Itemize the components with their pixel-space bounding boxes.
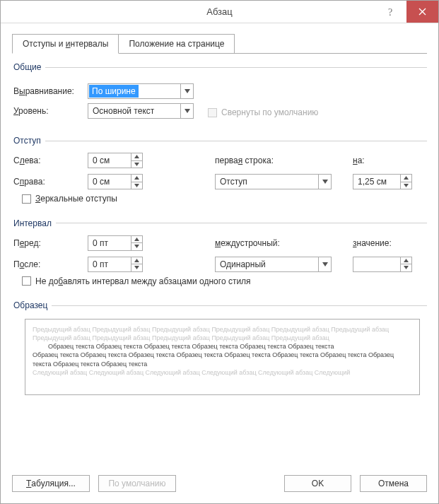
tab-position[interactable]: Положение на странице: [118, 34, 235, 54]
tab-strip: Отступы и интервалы Положение на страниц…: [12, 33, 427, 54]
by-label: на:: [353, 156, 413, 165]
default-button: По умолчанию: [98, 475, 176, 492]
tabs-button[interactable]: Табуляция...: [12, 475, 90, 492]
before-label: Перед:: [13, 238, 88, 248]
firstline-value: Отступ: [216, 175, 263, 189]
preview-sample2: Образец текста Образец текста Образец те…: [33, 351, 394, 367]
alignment-value: По ширине: [89, 85, 139, 98]
alignment-select[interactable]: По ширине: [88, 83, 194, 99]
after-value: 0 пт: [88, 257, 121, 271]
spin-down-icon[interactable]: [131, 182, 142, 189]
group-indent: Отступ Слева: 0 см первая строка: на: Сп…: [12, 136, 427, 209]
mirror-label: Зеркальные отступы: [35, 194, 117, 204]
legend-spacing: Интервал: [12, 218, 56, 228]
line-select[interactable]: Одинарный: [215, 257, 332, 272]
chevron-down-icon: [318, 257, 331, 271]
left-spin[interactable]: 0 см: [88, 153, 143, 168]
collapsed-checkbox: [208, 108, 217, 117]
dialog-body: Отступы и интервалы Положение на страниц…: [1, 23, 438, 503]
firstline-label: первая строка:: [215, 156, 339, 165]
legend-general: Общие: [12, 62, 45, 72]
preview-sample1: Образец текста Образец текста Образец те…: [33, 342, 412, 351]
spin-up-icon[interactable]: [131, 257, 142, 265]
level-label: Уровень:: [13, 106, 88, 116]
at-label: значение:: [353, 238, 413, 248]
group-spacing: Интервал Перед: 0 пт междустрочный: знач…: [12, 218, 427, 291]
group-preview: Образец Предыдущий абзац Предыдущий абза…: [12, 300, 427, 398]
firstline-select[interactable]: Отступ: [215, 174, 332, 189]
legend-preview: Образец: [12, 300, 52, 310]
group-general: Общие Выравнивание: По ширине Уровень: О…: [12, 62, 427, 126]
after-label: После:: [13, 259, 88, 269]
spin-up-icon[interactable]: [131, 175, 142, 182]
alignment-label: Выравнивание:: [13, 86, 88, 96]
level-select[interactable]: Основной текст: [88, 103, 194, 119]
ok-button[interactable]: OK: [284, 475, 351, 492]
spin-down-icon[interactable]: [131, 243, 142, 250]
paragraph-dialog: Абзац ? Отступы и интервалы Положение на…: [0, 0, 439, 504]
right-spin[interactable]: 0 см: [88, 174, 143, 189]
spin-down-icon[interactable]: [401, 264, 411, 271]
preview-prev: Предыдущий абзац Предыдущий абзац Предыд…: [33, 326, 389, 341]
spin-down-icon[interactable]: [131, 264, 142, 271]
preview-next: Следующий абзац Следующий абзац Следующи…: [33, 369, 350, 376]
tab-indents[interactable]: Отступы и интервалы: [12, 34, 119, 54]
spin-up-icon[interactable]: [401, 175, 411, 182]
titlebar: Абзац ?: [1, 1, 438, 23]
noadd-label: Не добавлять интервал между абзацами одн…: [35, 276, 251, 286]
by-value: 1,25 см: [353, 175, 399, 189]
window-title: Абзац: [1, 6, 438, 17]
before-spin[interactable]: 0 пт: [88, 235, 143, 251]
cancel-button[interactable]: Отмена: [360, 475, 427, 492]
spin-down-icon[interactable]: [131, 161, 142, 168]
chevron-down-icon: [318, 175, 331, 189]
footer: Табуляция... По умолчанию OK Отмена: [12, 469, 427, 492]
left-label: Слева:: [13, 156, 88, 165]
after-spin[interactable]: 0 пт: [88, 257, 143, 272]
line-value: Одинарный: [216, 257, 281, 271]
collapsed-label: Свернуты по умолчанию: [221, 107, 318, 117]
preview-box: Предыдущий абзац Предыдущий абзац Предыд…: [25, 319, 420, 395]
spin-up-icon[interactable]: [401, 257, 411, 265]
right-value: 0 см: [88, 175, 122, 189]
before-value: 0 пт: [88, 236, 121, 250]
right-label: Справа:: [13, 177, 88, 187]
level-value: Основной текст: [88, 104, 170, 118]
at-spin[interactable]: [353, 257, 412, 272]
spin-up-icon[interactable]: [131, 153, 142, 161]
chevron-down-icon: [180, 104, 193, 118]
line-label: междустрочный:: [215, 238, 339, 248]
legend-indent: Отступ: [12, 136, 45, 146]
noadd-checkbox[interactable]: [22, 276, 31, 286]
spin-up-icon[interactable]: [131, 236, 142, 244]
by-spin[interactable]: 1,25 см: [353, 174, 412, 189]
chevron-down-icon: [180, 84, 193, 98]
left-value: 0 см: [88, 153, 122, 168]
mirror-checkbox[interactable]: [22, 194, 31, 204]
spin-down-icon[interactable]: [401, 182, 411, 189]
